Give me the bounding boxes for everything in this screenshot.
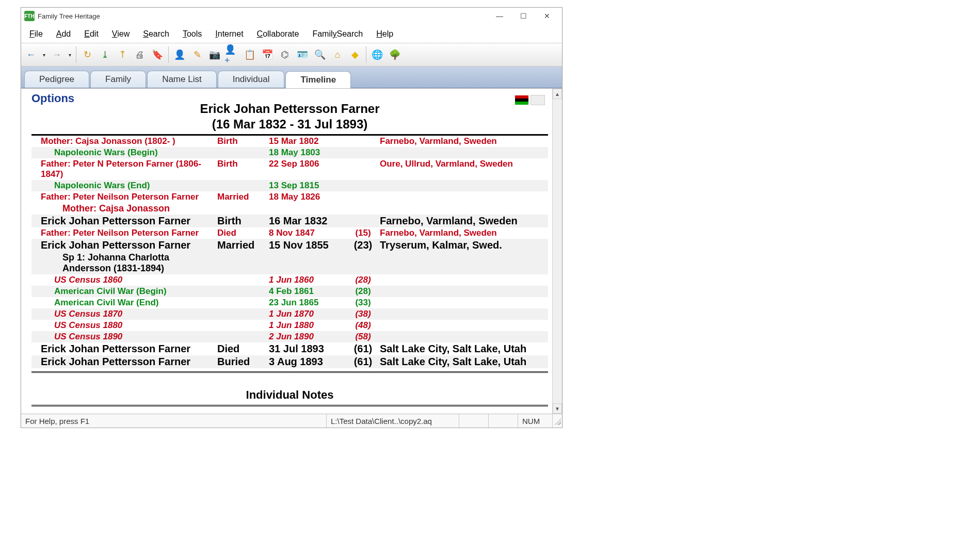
- up-button[interactable]: ◆: [347, 46, 363, 63]
- timeline-date: 15 Nov 1855: [269, 239, 346, 251]
- timeline-row[interactable]: Mother: Cajsa Jonasson (1802- )Birth15 M…: [31, 136, 548, 147]
- scroll-track[interactable]: [553, 99, 562, 403]
- timeline-date: 13 Sep 1815: [269, 181, 346, 191]
- refresh-button[interactable]: ↻: [79, 46, 95, 63]
- menu-view[interactable]: View: [106, 26, 136, 42]
- timeline-sub: Sp 1: Johanna Charlotta Andersson (1831-…: [31, 252, 217, 274]
- menu-collaborate[interactable]: Collaborate: [251, 26, 306, 42]
- timeline-row[interactable]: US Census 18601 Jun 1860(28): [31, 274, 548, 286]
- person-header: Erick Johan Pettersson Farner (16 Mar 18…: [31, 101, 548, 132]
- scroll-down-button[interactable]: ▼: [553, 403, 562, 414]
- nav-back-dropdown[interactable]: ▾: [41, 46, 47, 63]
- menu-search[interactable]: Search: [137, 26, 175, 42]
- timeline-row[interactable]: Father: Peter N Peterson Farner (1806-18…: [31, 158, 548, 180]
- timeline-main: Napoleonic Wars (Begin): [31, 148, 217, 158]
- timeline-row[interactable]: Father: Peter Neilson Peterson FarnerMar…: [31, 191, 548, 203]
- maximize-button[interactable]: ☐: [511, 9, 535, 23]
- status-numlock: NUM: [518, 414, 553, 428]
- timeline-main: American Civil War (End): [31, 298, 217, 308]
- media-button[interactable]: 📷: [207, 46, 222, 63]
- timeline-place: Farnebo, Varmland, Sweden: [380, 228, 545, 238]
- menu-edit[interactable]: Edit: [78, 26, 105, 42]
- toolbar-separator: [168, 46, 169, 63]
- timeline-event: [217, 181, 269, 191]
- tab-individual[interactable]: Individual: [218, 71, 285, 88]
- flag-icon[interactable]: [515, 95, 528, 105]
- timeline-event: [217, 332, 269, 342]
- tab-name-list[interactable]: Name List: [147, 71, 217, 88]
- menu-tools[interactable]: Tools: [176, 26, 208, 42]
- menu-help[interactable]: Help: [370, 26, 399, 42]
- timeline-row[interactable]: American Civil War (End)23 Jun 1865(33): [31, 297, 548, 308]
- status-blank-2: [489, 414, 518, 428]
- timeline-row[interactable]: Erick Johan Pettersson FarnerDied31 Jul …: [31, 342, 548, 355]
- calendar-button[interactable]: 📅: [260, 46, 275, 63]
- nav-forward-button[interactable]: →: [49, 46, 65, 63]
- timeline-date: 22 Sep 1806: [269, 159, 346, 179]
- timeline-row[interactable]: US Census 18801 Jun 1880(48): [31, 320, 548, 331]
- timeline-place: [380, 332, 545, 342]
- home-button[interactable]: ⌂: [330, 46, 345, 63]
- timeline-event: Buried: [217, 356, 269, 368]
- import-button[interactable]: ⤓: [97, 46, 113, 63]
- timeline-row[interactable]: US Census 18902 Jun 1890(58): [31, 331, 548, 342]
- timeline-row[interactable]: Napoleonic Wars (End)13 Sep 1815: [31, 180, 548, 191]
- card-button[interactable]: 🪪: [295, 46, 310, 63]
- timeline-main: American Civil War (Begin): [31, 286, 217, 297]
- timeline-event: Birth: [217, 159, 269, 179]
- menu-familysearch[interactable]: FamilySearch: [306, 26, 369, 42]
- timeline-row[interactable]: American Civil War (Begin)4 Feb 1861(28): [31, 286, 548, 297]
- timeline-main: Mother: Cajsa Jonasson (1802- ): [31, 136, 217, 146]
- timeline-age: (38): [346, 309, 380, 319]
- timeline-age: (48): [346, 320, 380, 331]
- timeline-place: [380, 298, 545, 308]
- tree-button[interactable]: 🌳: [387, 46, 403, 63]
- flag-icons: [515, 95, 545, 105]
- tab-pedigree[interactable]: Pedigree: [24, 71, 89, 88]
- clipboard-button[interactable]: 📋: [242, 46, 258, 63]
- options-link[interactable]: Options: [31, 92, 74, 105]
- chart-button[interactable]: ⌬: [277, 46, 293, 63]
- scroll-up-button[interactable]: ▲: [553, 89, 562, 99]
- timeline-row[interactable]: Erick Johan Pettersson FarnerMarried15 N…: [31, 239, 548, 252]
- bookmark-button[interactable]: 🔖: [150, 46, 165, 63]
- menu-internet[interactable]: Internet: [209, 26, 249, 42]
- export-button[interactable]: ⤒: [115, 46, 130, 63]
- timeline-row[interactable]: Erick Johan Pettersson FarnerBuried3 Aug…: [31, 355, 548, 368]
- timeline-row[interactable]: Father: Peter Neilson Peterson FarnerDie…: [31, 227, 548, 239]
- print-button[interactable]: 🖨: [132, 46, 148, 63]
- divider: [31, 405, 548, 406]
- tab-strip: PedigreeFamilyName ListIndividualTimelin…: [21, 67, 562, 88]
- timeline-age: (28): [346, 286, 380, 297]
- timeline-date: 8 Nov 1847: [269, 228, 346, 238]
- resize-grip[interactable]: [553, 417, 561, 425]
- timeline-event: Died: [217, 228, 269, 238]
- timeline-place: Salt Lake City, Salt Lake, Utah: [380, 356, 545, 368]
- timeline-row[interactable]: Erick Johan Pettersson FarnerBirth16 Mar…: [31, 215, 548, 227]
- timeline-age: (61): [346, 356, 380, 368]
- timeline-event: [217, 309, 269, 319]
- menu-add[interactable]: Add: [50, 26, 77, 42]
- tab-timeline[interactable]: Timeline: [285, 71, 351, 88]
- timeline-date: 15 Mar 1802: [269, 136, 346, 146]
- search-db-button[interactable]: 🔍: [312, 46, 328, 63]
- menu-file[interactable]: File: [23, 26, 49, 42]
- timeline-main: Father: Peter Neilson Peterson Farner: [31, 228, 217, 238]
- timeline-main: Erick Johan Pettersson Farner: [31, 215, 217, 227]
- tab-family[interactable]: Family: [90, 71, 146, 88]
- blank-flag-icon[interactable]: [531, 95, 545, 105]
- timeline-row[interactable]: US Census 18701 Jun 1870(38): [31, 308, 548, 320]
- timeline-place: [380, 148, 545, 158]
- minimize-button[interactable]: —: [488, 9, 511, 23]
- nav-forward-dropdown[interactable]: ▾: [67, 46, 73, 63]
- timeline-row[interactable]: Napoleonic Wars (Begin)18 May 1803: [31, 147, 548, 158]
- web-button[interactable]: 🌐: [369, 46, 385, 63]
- timeline-place: [380, 320, 545, 331]
- timeline-sub-row: Sp 1: Johanna Charlotta Andersson (1831-…: [31, 252, 548, 274]
- add-person-button[interactable]: 👤+: [224, 46, 240, 63]
- edit-notes-button[interactable]: ✎: [189, 46, 205, 63]
- edit-person-button[interactable]: 👤: [172, 46, 187, 63]
- close-button[interactable]: ✕: [535, 9, 559, 23]
- nav-back-button[interactable]: ←: [23, 46, 39, 63]
- vertical-scrollbar[interactable]: ▲ ▼: [552, 89, 562, 414]
